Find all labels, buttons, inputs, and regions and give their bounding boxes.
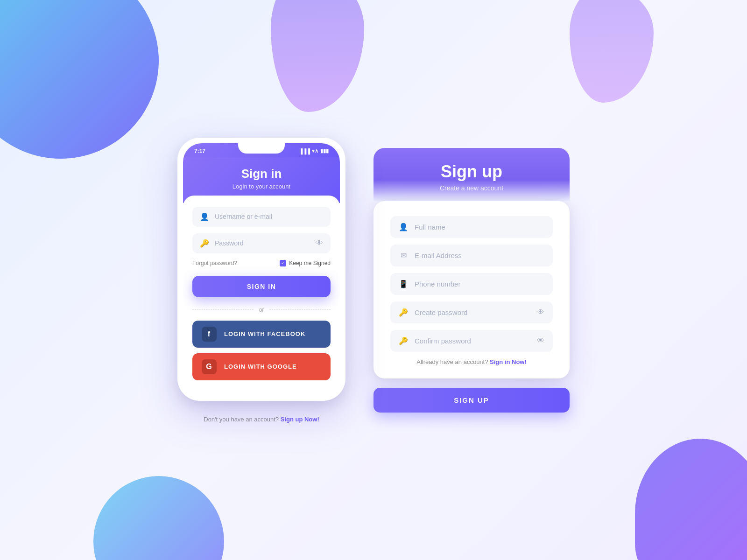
signin-subtitle: Login to your account	[194, 183, 329, 190]
signin-phone-wrapper: 7:17 ▐▐▐ ▾∧ ▮▮▮ Sign in Login to your ac…	[177, 138, 345, 423]
email-input[interactable]	[415, 252, 544, 259]
phone-mockup: 7:17 ▐▐▐ ▾∧ ▮▮▮ Sign in Login to your ac…	[177, 138, 345, 401]
create-password-key-icon: 🔑	[399, 308, 408, 317]
phone-icon: 📱	[399, 280, 408, 288]
create-password-eye-icon[interactable]: 👁	[537, 308, 544, 316]
create-password-input[interactable]	[415, 308, 530, 316]
create-password-input-group: 🔑 👁	[390, 301, 553, 323]
username-input[interactable]	[215, 213, 323, 220]
fullname-input[interactable]	[415, 223, 544, 231]
forgot-password-link[interactable]: Forgot password?	[192, 260, 237, 266]
signup-card: 👤 ✉ 📱 🔑 👁 🔑 👁	[374, 201, 570, 378]
facebook-icon: f	[202, 327, 217, 342]
phone-inner: 7:17 ▐▐▐ ▾∧ ▮▮▮ Sign in Login to your ac…	[183, 143, 340, 395]
divider: or	[192, 307, 331, 313]
phone-notch	[238, 143, 285, 154]
confirm-password-key-icon: 🔑	[399, 336, 408, 345]
signin-footer: Don't you have an account? Sign up Now!	[204, 416, 319, 423]
signup-title: Sign up	[390, 162, 553, 182]
user-icon: 👤	[200, 212, 209, 221]
key-icon: 🔑	[200, 239, 209, 248]
wifi-icon: ▾∧	[312, 148, 318, 154]
google-icon: G	[202, 359, 217, 374]
password-input-group: 🔑 👁	[192, 233, 331, 253]
phone-input-group: 📱	[390, 273, 553, 295]
checkbox-icon[interactable]: ✓	[280, 260, 286, 266]
keep-signed-label: Keep me Signed	[289, 260, 331, 266]
signup-button[interactable]: SIGN UP	[374, 388, 570, 413]
form-options: Forgot password? ✓ Keep me Signed	[192, 260, 331, 266]
username-input-group: 👤	[192, 207, 331, 227]
divider-line-left	[192, 309, 254, 310]
footer-text: Don't you have an account?	[204, 416, 279, 423]
google-login-button[interactable]: G LOGIN WITH GOOGLE	[192, 353, 331, 380]
email-icon: ✉	[399, 251, 408, 260]
facebook-button-label: LOGIN WITH FACEBOOK	[224, 330, 305, 337]
signup-subtitle: Create a new account	[390, 184, 553, 192]
fullname-input-group: 👤	[390, 216, 553, 238]
signin-body: 👤 🔑 👁 Forgot password? ✓ K	[183, 196, 340, 395]
signin-title: Sign in	[194, 167, 329, 181]
divider-line-right	[269, 309, 331, 310]
signup-header: Sign up Create a new account	[390, 162, 553, 192]
signup-now-link[interactable]: Sign up Now!	[281, 416, 319, 423]
keep-signed-option: ✓ Keep me Signed	[280, 260, 331, 266]
google-button-label: LOGIN WITH GOOGLE	[224, 363, 297, 370]
battery-icon: ▮▮▮	[320, 148, 329, 154]
confirm-password-eye-icon[interactable]: 👁	[537, 336, 544, 345]
signup-panel-wrapper: Sign up Create a new account 👤 ✉ 📱	[374, 148, 570, 413]
phone-input[interactable]	[415, 280, 544, 288]
divider-text: or	[259, 307, 264, 313]
confirm-password-input[interactable]	[415, 337, 530, 345]
email-input-group: ✉	[390, 245, 553, 266]
password-input[interactable]	[215, 239, 310, 247]
already-label: Allready have an account?	[416, 358, 488, 365]
signup-bg-area: Sign up Create a new account	[374, 148, 570, 201]
main-layout: 7:17 ▐▐▐ ▾∧ ▮▮▮ Sign in Login to your ac…	[0, 0, 747, 560]
signal-icon: ▐▐▐	[299, 148, 310, 154]
confirm-password-input-group: 🔑 👁	[390, 330, 553, 352]
status-icons: ▐▐▐ ▾∧ ▮▮▮	[299, 148, 329, 154]
already-account-text: Allready have an account? Sign in Now!	[390, 358, 553, 365]
eye-toggle-icon[interactable]: 👁	[316, 239, 323, 247]
status-time: 7:17	[194, 148, 205, 154]
signin-now-link[interactable]: Sign in Now!	[490, 358, 527, 365]
person-icon: 👤	[399, 223, 408, 231]
signin-button[interactable]: SIGN IN	[192, 276, 331, 297]
facebook-login-button[interactable]: f LOGIN WITH FACEBOOK	[192, 321, 331, 348]
